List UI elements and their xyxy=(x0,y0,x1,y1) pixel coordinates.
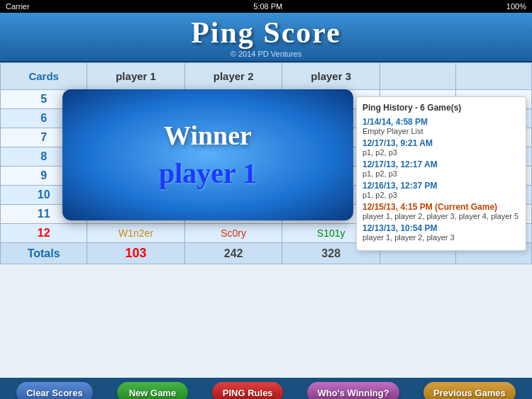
history-date: 1/14/14, 4:58 PM xyxy=(362,117,520,127)
app-subtitle: © 2014 PD Ventures xyxy=(231,50,301,58)
table-header-row: Cards player 1 player 2 player 3 xyxy=(1,63,532,90)
history-entry[interactable]: 12/13/13, 10:54 PMplayer 1, player 2, pl… xyxy=(362,223,520,242)
totals-cell-2: 242 xyxy=(184,243,282,264)
history-entry[interactable]: 12/16/13, 12:37 PMp1, p2, p3 xyxy=(362,181,520,199)
ping-rules-button[interactable]: PING Rules xyxy=(212,382,283,399)
col-header-p3: player 3 xyxy=(282,63,380,90)
history-date: 12/17/13, 9:21 AM xyxy=(362,138,520,148)
winner-label: Winner xyxy=(164,120,252,151)
totals-cell-0: Totals xyxy=(1,243,87,264)
history-players: p1, p2, p3 xyxy=(362,148,520,157)
history-players: p1, p2, p3 xyxy=(362,169,520,178)
status-bar: Carrier 5:08 PM 100% xyxy=(0,0,532,13)
cell-r7-c1: W1n2er xyxy=(87,224,185,243)
time-label: 5:08 PM xyxy=(253,2,282,11)
cell-r7-c0: 12 xyxy=(1,224,87,243)
history-date: 12/13/13, 10:54 PM xyxy=(362,223,520,233)
history-date: 12/17/13, 12:17 AM xyxy=(362,159,520,169)
col-header-4 xyxy=(379,63,455,90)
history-panel: Ping History - 6 Game(s) 1/14/14, 4:58 P… xyxy=(356,96,526,251)
cell-r7-c2: Sc0ry xyxy=(184,224,282,243)
app-header: Ping Score © 2014 PD Ventures xyxy=(0,13,532,62)
main-content: Cards player 1 player 2 player 3 5106247… xyxy=(0,62,532,378)
history-title: Ping History - 6 Game(s) xyxy=(362,103,520,113)
history-entries: 1/14/14, 4:58 PMEmpty Player List12/17/1… xyxy=(362,117,520,242)
history-players: player 1, player 2, player 3, player 4, … xyxy=(362,212,520,220)
history-players: player 1, player 2, player 3 xyxy=(362,233,520,242)
totals-cell-1: 103 xyxy=(87,243,185,264)
toolbar: Clear Scores New Game PING Rules Who's W… xyxy=(0,378,532,399)
battery-label: 100% xyxy=(506,2,526,11)
col-header-cards: Cards xyxy=(1,63,87,90)
col-header-p2: player 2 xyxy=(184,63,282,90)
carrier-label: Carrier xyxy=(6,2,30,11)
history-entry[interactable]: 12/17/13, 9:21 AMp1, p2, p3 xyxy=(362,138,520,157)
winner-overlay: Winner player 1 xyxy=(62,89,353,220)
whos-winning-button[interactable]: Who's Winning? xyxy=(307,382,399,399)
previous-games-button[interactable]: Previous Games xyxy=(423,382,516,399)
col-header-5 xyxy=(455,63,531,90)
history-date: 12/15/13, 4:15 PM (Current Game) xyxy=(362,202,520,212)
col-header-p1: player 1 xyxy=(87,63,185,90)
new-game-button[interactable]: New Game xyxy=(117,382,188,399)
clear-scores-button[interactable]: Clear Scores xyxy=(16,382,93,399)
history-entry[interactable]: 12/17/13, 12:17 AMp1, p2, p3 xyxy=(362,159,520,178)
history-players: Empty Player List xyxy=(362,127,520,135)
history-entry[interactable]: 1/14/14, 4:58 PMEmpty Player List xyxy=(362,117,520,135)
app-title: Ping Score xyxy=(191,16,341,50)
history-players: p1, p2, p3 xyxy=(362,191,520,199)
history-entry[interactable]: 12/15/13, 4:15 PM (Current Game)player 1… xyxy=(362,202,520,220)
winner-name: player 1 xyxy=(159,157,257,190)
history-date: 12/16/13, 12:37 PM xyxy=(362,181,520,191)
